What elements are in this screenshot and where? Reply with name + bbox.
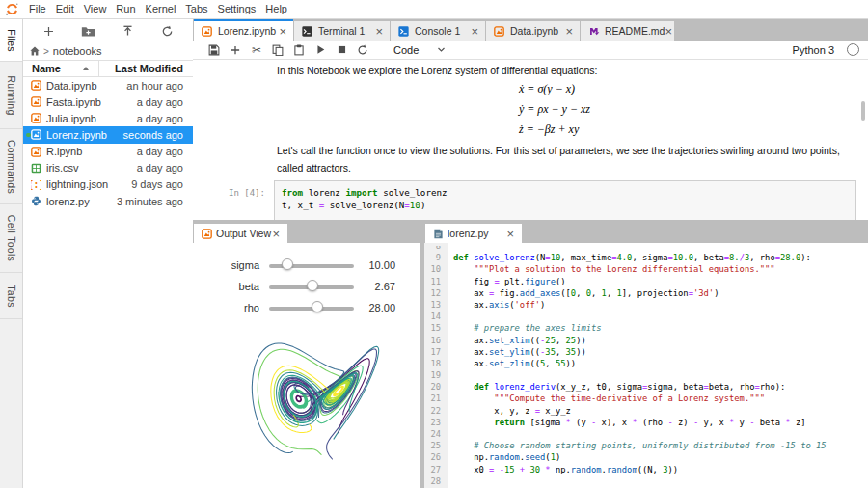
kernel-status-icon[interactable] — [847, 43, 859, 56]
new-launcher-icon[interactable] — [41, 22, 58, 40]
new-folder-icon[interactable] — [80, 22, 97, 40]
upload-icon[interactable] — [120, 22, 137, 40]
slider-value: 10.00 — [355, 259, 395, 271]
close-icon[interactable]: × — [279, 26, 286, 37]
slider-handle[interactable] — [282, 258, 293, 270]
line-number: 12 — [424, 287, 441, 299]
sidebar-tab-label: Running — [6, 75, 17, 115]
column-header-name[interactable]: Name — [23, 63, 61, 74]
chevron-down-icon — [437, 45, 446, 54]
code-editor-panel[interactable]: 89def solve_lorenz(N=10, max_time=4.0, s… — [424, 243, 868, 488]
sidebar-tab-running[interactable]: Running — [0, 62, 22, 129]
add-cell-icon[interactable] — [226, 41, 245, 58]
left-activity-bar: FilesRunningCommandsCell ToolsTabs — [0, 19, 23, 488]
close-icon[interactable]: × — [272, 229, 280, 239]
cell-type-dropdown[interactable]: Code — [393, 44, 446, 56]
notebook-icon — [494, 26, 504, 37]
editor-lines: 89def solve_lorenz(N=10, max_time=4.0, s… — [424, 246, 868, 487]
editor-line-9: 9def solve_lorenz(N=10, max_time=4.0, si… — [424, 252, 868, 263]
code-line: from lorenz import solve_lorenz — [282, 186, 855, 199]
tab-readme-md[interactable]: README.md× — [581, 21, 674, 41]
notebook-content[interactable]: In this Notebook we explore the Lorenz s… — [193, 60, 868, 220]
line-number: 21 — [424, 393, 441, 404]
tab-console-1[interactable]: Console 1× — [391, 21, 485, 41]
close-icon[interactable]: × — [565, 26, 573, 37]
copy-icon[interactable] — [268, 41, 287, 58]
line-number: 20 — [424, 381, 441, 393]
line-code: def solve_lorenz(N=10, max_time=4.0, sig… — [453, 252, 811, 263]
breadcrumb-folder[interactable]: notebooks — [53, 45, 102, 57]
notebook-icon — [31, 147, 41, 157]
file-list: Data.ipynban hour agoFasta.ipynba day ag… — [23, 77, 193, 209]
file-row-lorenz.py[interactable]: lorenz.py3 minutes ago — [23, 193, 193, 209]
kernel-name[interactable]: Python 3 — [793, 44, 834, 56]
line-code: return [sigma * (y - x), x * (rho - z) -… — [453, 417, 805, 428]
paste-icon[interactable] — [289, 41, 309, 58]
sidebar-tab-commands[interactable]: Commands — [0, 129, 22, 204]
run-icon[interactable] — [311, 41, 330, 58]
menu-help[interactable]: Help — [260, 0, 292, 18]
sidebar-tab-files[interactable]: Files — [0, 19, 22, 62]
stop-icon[interactable] — [332, 41, 351, 58]
tab-lorenz-py[interactable]: lorenz.py × — [425, 224, 522, 243]
file-name: lorenz.py — [46, 196, 90, 207]
menu-run[interactable]: Run — [111, 0, 140, 18]
sidebar-tab-cell-tools[interactable]: Cell Tools — [0, 204, 22, 273]
file-row-R.ipynb[interactable]: R.ipynba day ago — [23, 144, 193, 160]
tab-terminal-1[interactable]: Terminal 1× — [294, 21, 390, 41]
line-number: 13 — [424, 299, 441, 311]
menu-view[interactable]: View — [79, 0, 112, 18]
close-icon[interactable]: × — [665, 26, 672, 37]
breadcrumb: > notebooks — [23, 42, 193, 60]
line-code: x0 = -15 + 30 * np.random.random((N, 3)) — [453, 464, 678, 475]
tab-output-view[interactable]: Output View × — [194, 224, 287, 243]
file-row-Julia.ipynb[interactable]: Julia.ipynba day ago — [23, 110, 193, 126]
restart-icon[interactable] — [353, 41, 372, 58]
notebook-icon — [31, 129, 41, 140]
save-icon[interactable] — [204, 41, 224, 58]
tab-data-ipynb[interactable]: Data.ipynb× — [486, 21, 580, 41]
file-row-Lorenz.ipynb[interactable]: Lorenz.ipynbseconds ago — [23, 126, 193, 143]
line-number: 18 — [424, 358, 441, 369]
sidebar-tab-tabs[interactable]: Tabs — [0, 273, 22, 319]
editor-line-12: 12 ax = fig.add_axes([0, 0, 1, 1], proje… — [424, 287, 868, 299]
refresh-icon[interactable] — [159, 22, 176, 40]
file-row-lightning.json[interactable]: {:}lightning.json9 days ago — [23, 176, 193, 193]
markdown-paragraph-2: Let's call the function once to view the… — [277, 142, 851, 176]
kernel-indicator-group: Python 3 — [793, 43, 859, 56]
editor-line-11: 11 fig = plt.figure() — [424, 276, 868, 287]
menu-tabs[interactable]: Tabs — [180, 0, 212, 18]
close-icon[interactable]: × — [375, 26, 383, 37]
line-code: fig = plt.figure() — [453, 276, 566, 287]
file-modified: a day ago — [137, 162, 183, 174]
slider-label: sigma — [193, 259, 259, 271]
menu-kernel[interactable]: Kernel — [141, 0, 181, 18]
home-icon[interactable] — [30, 46, 40, 56]
tab-lorenz-ipynb[interactable]: Lorenz.ipynb× — [194, 19, 293, 41]
cut-icon[interactable]: ✂ — [247, 41, 266, 58]
close-icon[interactable]: × — [471, 26, 478, 37]
file-row-iris.csv[interactable]: iris.csva day ago — [23, 160, 193, 176]
console-icon — [398, 26, 409, 37]
notebook-scrollbar-thumb[interactable] — [861, 101, 865, 121]
slider-handle[interactable] — [312, 301, 323, 312]
file-row-Data.ipynb[interactable]: Data.ipynban hour ago — [23, 77, 193, 94]
editor-line-26: 26 np.random.seed(1) — [424, 451, 868, 463]
line-number: 27 — [424, 464, 441, 475]
menu-edit[interactable]: Edit — [51, 0, 79, 18]
slider-label: rho — [193, 302, 259, 313]
column-header-last-modified[interactable]: Last Modified — [115, 63, 183, 74]
menu-file[interactable]: File — [24, 0, 51, 18]
line-number: 16 — [424, 335, 441, 346]
code-cell-editor[interactable]: from lorenz import solve_lorenzt, x_t = … — [274, 180, 856, 220]
file-modified: a day ago — [137, 113, 183, 124]
slider-handle[interactable] — [307, 280, 318, 291]
scissors-glyph: ✂ — [252, 43, 261, 57]
slider-rho: rho28.00 — [193, 299, 420, 318]
close-icon[interactable]: × — [506, 229, 514, 239]
file-name: Lorenz.ipynb — [46, 129, 107, 141]
menu-settings[interactable]: Settings — [213, 0, 261, 18]
file-row-Fasta.ipynb[interactable]: Fasta.ipynba day ago — [23, 94, 193, 110]
slider-value: 28.00 — [355, 302, 395, 313]
line-number: 28 — [424, 475, 441, 487]
